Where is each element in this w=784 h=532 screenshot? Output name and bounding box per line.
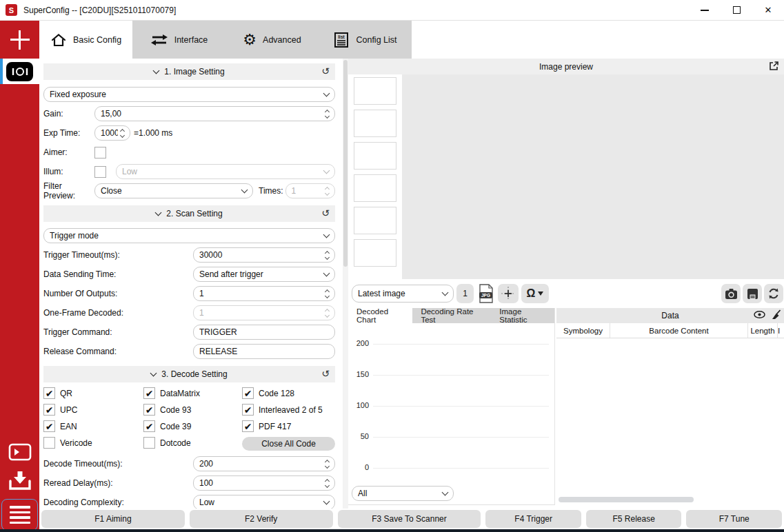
collapse-chevron-icon: [153, 67, 160, 74]
preview-thumbnail[interactable]: [354, 110, 396, 137]
tab-interface[interactable]: Interface: [132, 21, 225, 59]
scrollbar-thumb[interactable]: [343, 60, 348, 267]
analysis-tab-image-statistic[interactable]: Image Statistic: [491, 308, 554, 323]
spinner-arrows-icon[interactable]: [121, 130, 124, 137]
spinner-arrows-icon[interactable]: [325, 290, 329, 298]
column-clipped[interactable]: I: [778, 323, 784, 338]
filter-preview-select[interactable]: Close: [94, 183, 253, 198]
data-panel: Data Symbology Barcode Content Length I: [556, 308, 784, 505]
decode-timeout-spinner[interactable]: 200: [193, 456, 335, 471]
image-source-select[interactable]: Latest image: [352, 285, 454, 303]
gear-icon: ⚙: [243, 32, 257, 48]
illum-checkbox[interactable]: [94, 166, 106, 178]
reset-icon[interactable]: ↺: [321, 65, 330, 76]
minimize-button[interactable]: [689, 0, 721, 20]
menu-button[interactable]: [1, 499, 38, 531]
terminal-icon: [8, 443, 32, 461]
footer-button-f5-release[interactable]: F5 Release: [586, 510, 682, 528]
nav-tab-bar: Basic Config Interface ⚙ Advanced list C…: [39, 21, 412, 59]
footer-button-f3-save-to-scanner[interactable]: F3 Save To Scanner: [338, 510, 481, 528]
symbology-checkbox[interactable]: ✔: [242, 420, 254, 432]
chart-filter-select[interactable]: All: [352, 486, 454, 501]
jpg-format-button[interactable]: JPG: [476, 283, 496, 304]
visibility-toggle-button[interactable]: [754, 311, 765, 320]
tab-advanced[interactable]: ⚙ Advanced: [225, 21, 319, 59]
add-button[interactable]: [0, 21, 39, 59]
analysis-tab-decoded-chart[interactable]: Decoded Chart: [348, 308, 412, 323]
section-header-image-setting[interactable]: 1. Image Setting ↺: [43, 63, 335, 80]
reset-icon[interactable]: ↺: [321, 207, 330, 218]
symbology-checkbox[interactable]: ✔: [242, 387, 254, 399]
chevron-down-icon: [323, 90, 330, 96]
capture-button[interactable]: [721, 284, 741, 303]
analysis-tab-bar: Decoded ChartDecoding Rate TestImage Sta…: [348, 308, 554, 323]
column-symbology[interactable]: Symbology: [556, 323, 610, 338]
sidebar-item-exposure[interactable]: [0, 59, 39, 84]
download-button[interactable]: [0, 471, 39, 491]
footer-button-f7-tune[interactable]: F7 Tune: [686, 510, 782, 528]
exposure-mode-select[interactable]: Fixed exposure: [43, 87, 335, 102]
preview-thumbnail[interactable]: [354, 239, 396, 267]
preview-thumbnail[interactable]: [354, 174, 396, 202]
spinner-arrows-icon[interactable]: [325, 460, 329, 468]
refresh-button[interactable]: [764, 284, 783, 303]
footer-button-f2-verify[interactable]: F2 Verify: [190, 510, 333, 528]
aimer-checkbox[interactable]: [94, 147, 106, 158]
symbology-option: ✔DataMatrix: [143, 387, 242, 399]
rotate-button[interactable]: Ω: [521, 284, 549, 303]
trigger-timeout-spinner[interactable]: 30000: [193, 247, 335, 263]
symbology-checkbox[interactable]: ✔: [43, 404, 55, 416]
footer-button-f4-trigger[interactable]: F4 Trigger: [485, 510, 581, 528]
exp-time-spinner[interactable]: 1000: [94, 125, 130, 141]
symbology-checkbox[interactable]: ✔: [143, 404, 155, 416]
clear-data-button[interactable]: [771, 309, 781, 322]
minimize-icon: [701, 10, 709, 11]
section-header-scan-setting[interactable]: 2. Scan Setting ↺: [43, 205, 335, 222]
section-title: 2. Scan Setting: [166, 209, 222, 218]
chart-gridline: [373, 375, 549, 376]
maximize-button[interactable]: [721, 0, 752, 20]
image-preview-header: Image preview: [348, 59, 784, 74]
reset-icon[interactable]: ↺: [321, 368, 330, 379]
symbology-checkbox[interactable]: ✔: [242, 404, 254, 416]
symbology-checkbox[interactable]: ✔: [143, 387, 155, 399]
spinner-arrows-icon[interactable]: [325, 480, 329, 487]
scan-mode-select[interactable]: Trigger mode: [43, 228, 335, 243]
column-barcode-content[interactable]: Barcode Content: [610, 323, 748, 338]
spinner-arrows-icon[interactable]: [325, 252, 329, 259]
symbology-option: ✔Code 128: [242, 387, 335, 399]
terminal-button[interactable]: [0, 443, 39, 461]
symbology-checkbox[interactable]: [43, 437, 55, 449]
num-outputs-spinner[interactable]: 1: [193, 286, 335, 301]
preview-thumbnail[interactable]: [354, 207, 396, 234]
symbology-checkbox[interactable]: ✔: [143, 420, 155, 432]
tab-config-list[interactable]: list Config List: [319, 21, 412, 59]
image-preview-title: Image preview: [539, 62, 593, 72]
data-sending-select[interactable]: Send after trigger: [193, 267, 335, 282]
preview-thumbnail[interactable]: [354, 77, 396, 105]
spinner-arrows-icon[interactable]: [325, 110, 329, 118]
decoding-complexity-select[interactable]: Low: [193, 495, 335, 510]
image-count-button[interactable]: 1: [456, 284, 474, 303]
analysis-tab-decoding-rate-test[interactable]: Decoding Rate Test: [412, 308, 491, 323]
tab-basic-config[interactable]: Basic Config: [39, 21, 132, 59]
symbology-checkbox[interactable]: ✔: [43, 387, 55, 399]
save-image-button[interactable]: [743, 284, 762, 303]
reread-delay-spinner[interactable]: 100: [193, 475, 335, 491]
crosshair-button[interactable]: [498, 284, 519, 303]
gain-spinner[interactable]: 15,00: [94, 106, 335, 121]
column-length[interactable]: Length: [748, 323, 778, 338]
symbology-checkbox[interactable]: [143, 437, 155, 449]
plus-icon: [10, 30, 30, 50]
footer-button-f1-aiming[interactable]: F1 Aiming: [41, 510, 185, 528]
symbology-checkbox[interactable]: ✔: [43, 420, 55, 432]
expand-preview-button[interactable]: [768, 61, 779, 74]
section-header-decode-setting[interactable]: 3. Decode Setting ↺: [43, 366, 335, 382]
config-panel-scrollbar[interactable]: [343, 59, 348, 509]
preview-thumbnail[interactable]: [354, 142, 396, 170]
close-all-code-button[interactable]: Close All Code: [242, 437, 335, 451]
close-button[interactable]: ✕: [752, 0, 784, 20]
trigger-command-input[interactable]: TRIGGER: [193, 325, 335, 340]
horizontal-scrollbar-thumb[interactable]: [559, 497, 694, 502]
release-command-input[interactable]: RELEASE: [193, 344, 335, 359]
